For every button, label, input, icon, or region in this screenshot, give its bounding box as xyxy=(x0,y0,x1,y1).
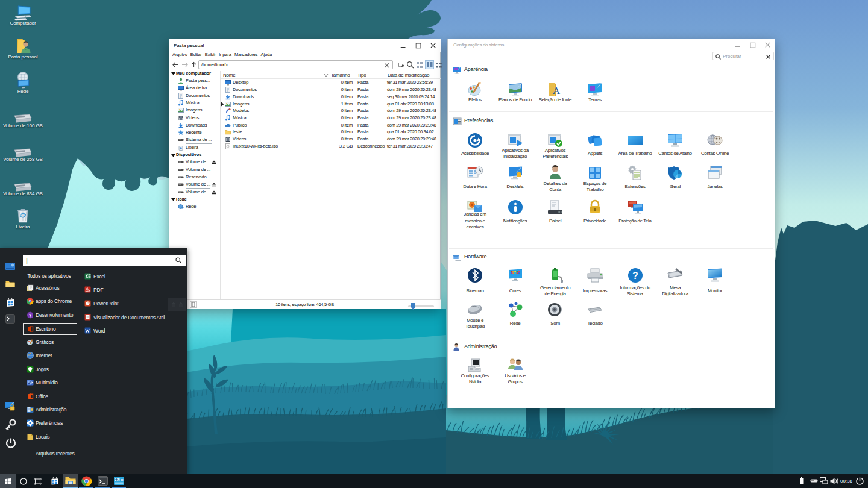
svg-text:A: A xyxy=(553,85,561,96)
svg-text:?: ? xyxy=(632,271,638,281)
